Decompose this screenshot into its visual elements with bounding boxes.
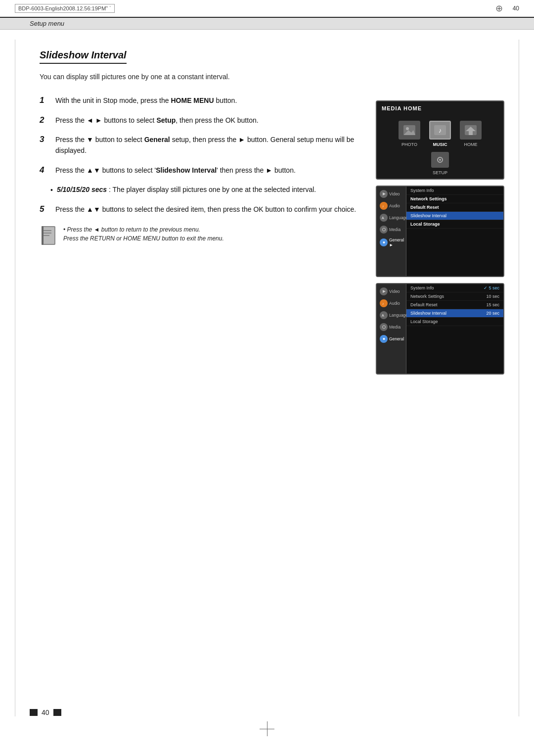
screen3-sidebar: Video ♪ Audio A Language: [377, 284, 406, 374]
screen3-menu-content: System Info✓ 5 sec Network Settings10 se…: [406, 284, 503, 374]
svg-point-19: [382, 228, 385, 231]
screen3-menu: Video ♪ Audio A Language: [377, 284, 503, 374]
screen3-sidebar-audio: ♪ Audio: [378, 298, 405, 309]
music-icon-box: ♪: [429, 121, 451, 140]
section-title: Slideshow Interval: [40, 49, 127, 64]
side-line-right: [519, 40, 519, 716]
language-icon: A: [380, 214, 388, 222]
screen3-language-icon: A: [380, 311, 388, 319]
audio-icon: ♪: [380, 202, 388, 210]
svg-point-7: [406, 127, 409, 130]
step-4-num: 4: [40, 165, 50, 175]
step-5-num: 5: [40, 204, 50, 214]
svg-text:♪: ♪: [439, 127, 442, 134]
footer-block-left: [30, 709, 38, 716]
note-line1: • Press the ◄ button to return to the pr…: [63, 226, 200, 233]
step-1: 1 With the unit in Stop mode, press the …: [40, 95, 361, 106]
main-content: Slideshow Interval You can display still…: [0, 30, 534, 394]
screen3-audio-icon: ♪: [380, 299, 388, 307]
screen3-sidebar-video: Video: [378, 286, 405, 297]
general-icon: [380, 238, 388, 246]
svg-text:♪: ♪: [382, 302, 384, 305]
screen-3: Video ♪ Audio A Language: [376, 283, 504, 375]
icon-setup: SETUP: [431, 152, 449, 175]
header-page-num: ⊕ 40: [495, 3, 519, 14]
crosshair-top-inline: ⊕: [495, 3, 503, 14]
screen3-sidebar-language: A Language: [378, 310, 405, 321]
svg-point-15: [439, 159, 441, 161]
step-2: 2 Press the ◄ ► buttons to select Setup,…: [40, 115, 361, 126]
footer-block-right: [53, 709, 61, 716]
screen3-media-icon: [380, 323, 388, 331]
svg-rect-5: [42, 226, 44, 245]
svg-rect-13: [469, 131, 473, 135]
svg-rect-2: [44, 230, 51, 231]
footer-page-num: 40: [42, 709, 49, 716]
side-line-left: [15, 40, 15, 716]
home-label: HOME: [464, 142, 478, 147]
music-label: MUSIC: [433, 142, 447, 147]
icon-music: ♪ MUSIC: [429, 121, 451, 147]
video-icon: [380, 190, 388, 198]
sidebar-video: Video: [378, 189, 405, 199]
sidebar-audio: ♪ Audio: [378, 200, 405, 211]
sidebar-media: Media: [378, 224, 405, 235]
crosshair-bottom: [260, 721, 274, 736]
screen2-menu: Video ♪ Audio A Language: [377, 187, 503, 276]
screen2-item-slideshow: Slideshow Interval: [406, 212, 503, 220]
doc-id: BDP-6003-English2008.12.56:19PM˜ `: [15, 4, 115, 13]
page-number-header: 40: [513, 5, 519, 12]
screen3-general-icon: [380, 335, 388, 343]
step-3-num: 3: [40, 135, 50, 144]
screen3-item-network: Network Settings10 sec: [406, 292, 503, 301]
bullet-dot: •: [50, 185, 53, 195]
bullet-item: • 5/10/15/20 secs : The player display s…: [50, 185, 361, 195]
photo-label: PHOTO: [401, 142, 417, 147]
media-icon: [380, 226, 388, 234]
step-4: 4 Press the ▲▼ buttons to select 'Slides…: [40, 165, 361, 176]
svg-point-20: [383, 241, 385, 243]
photo-icon-box: [399, 121, 420, 140]
svg-text:A: A: [382, 216, 384, 220]
note-icon: [40, 225, 57, 247]
screen3-item-localstorage: Local Storage: [406, 318, 503, 326]
screen1-title: MEDIA HOME: [377, 101, 503, 113]
screen2-item-network: Network Settings: [406, 195, 503, 203]
icon-home: HOME: [460, 121, 482, 147]
sidebar-language: A Language: [378, 212, 405, 223]
step-1-num: 1: [40, 95, 50, 105]
sidebar-general: General ►: [378, 236, 405, 249]
right-column: MEDIA HOME PHOTO: [376, 100, 504, 375]
screen3-video-icon: [380, 287, 388, 295]
screen2-item-localstorage: Local Storage: [406, 220, 503, 229]
svg-marker-16: [383, 192, 386, 195]
note-text: • Press the ◄ button to return to the pr…: [63, 225, 224, 243]
screen2-bottom: OK Select ▲▼◄► Move RETURN Back: [377, 276, 503, 277]
screen3-bottom: OK Select ▲▼◄► Move RETURN Back: [377, 374, 503, 375]
step-2-text: Press the ◄ ► buttons to select Setup, t…: [55, 115, 259, 126]
step-4-text: Press the ▲▼ buttons to select 'Slidesho…: [55, 165, 296, 176]
svg-text:♪: ♪: [382, 204, 384, 208]
page-footer: 40: [30, 709, 61, 716]
header-bar: BDP-6003-English2008.12.56:19PM˜ ` ⊕ 40: [0, 0, 534, 18]
icon-photo: PHOTO: [399, 121, 420, 147]
screen2-item-defaultreset: Default Reset: [406, 203, 503, 212]
home-icon-box: [460, 121, 482, 140]
note-line2: Press the RETURN or HOME MENU button to …: [63, 235, 224, 242]
screen2-sidebar: Video ♪ Audio A Language: [377, 187, 406, 276]
svg-point-24: [382, 326, 385, 329]
bullet-text: 5/10/15/20 secs : The player display sti…: [57, 185, 316, 195]
step-1-text: With the unit in Stop mode, press the HO…: [55, 95, 237, 106]
left-column: 1 With the unit in Stop mode, press the …: [40, 95, 361, 247]
step-5: 5 Press the ▲▼ buttons to select the des…: [40, 204, 361, 215]
screen3-item-slideshow: Slideshow Interval20 sec: [406, 309, 503, 318]
step-5-text: Press the ▲▼ buttons to select the desir…: [55, 204, 356, 215]
setup-icon-box: [431, 152, 449, 168]
intro-text: You can display still pictures one by on…: [40, 73, 504, 81]
screen3-item-sysinfo: System Info✓ 5 sec: [406, 284, 503, 292]
svg-rect-4: [44, 235, 49, 236]
svg-marker-21: [383, 290, 386, 293]
screen2-item-sysinfo: System Info: [406, 187, 503, 195]
step-3-text: Press the ▼ button to select General set…: [55, 135, 361, 156]
two-col-layout: 1 With the unit in Stop mode, press the …: [40, 95, 504, 375]
